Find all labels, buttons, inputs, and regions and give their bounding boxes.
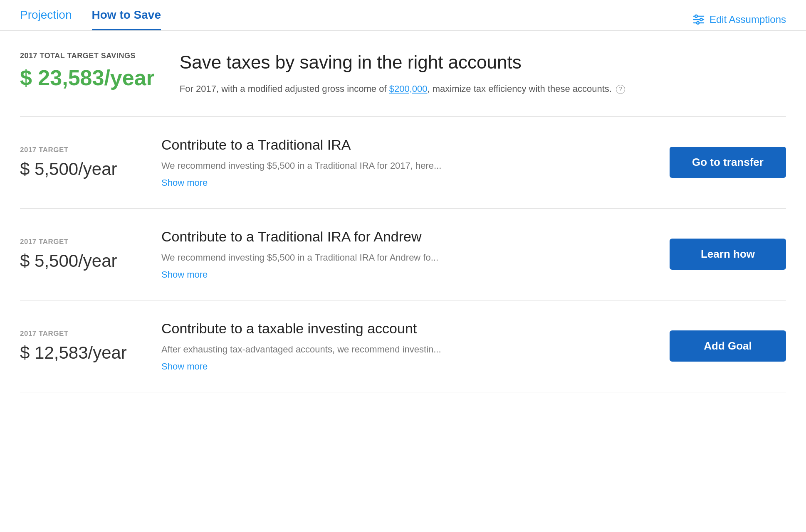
tab-how-to-save[interactable]: How to Save — [92, 8, 161, 30]
rec-3-target-block: 2017 TARGET $ 12,583/year — [20, 330, 136, 363]
rec-1-action-block: Go to transfer — [653, 147, 786, 178]
svg-point-5 — [697, 22, 699, 24]
rec-3-title: Contribute to a taxable investing accoun… — [161, 320, 628, 337]
page-container: Projection How to Save Edit Assumptions … — [0, 0, 806, 392]
go-to-transfer-button[interactable]: Go to transfer — [670, 147, 786, 178]
info-icon[interactable]: ? — [616, 85, 625, 94]
rec-2-show-more[interactable]: Show more — [161, 269, 208, 280]
rec-3-target-amount: $ 12,583/year — [20, 343, 136, 363]
total-target-savings-block: 2017 TOTAL TARGET SAVINGS $ 23,583/year — [20, 52, 155, 90]
rec-1-title: Contribute to a Traditional IRA — [161, 137, 628, 153]
svg-point-4 — [700, 18, 702, 21]
edit-assumptions-button[interactable]: Edit Assumptions — [692, 13, 786, 26]
rec-3-desc-block: Contribute to a taxable investing accoun… — [161, 320, 628, 372]
recommendation-row-3: 2017 TARGET $ 12,583/year Contribute to … — [20, 300, 786, 392]
tabs: Projection How to Save — [20, 8, 161, 30]
rec-3-action-block: Add Goal — [653, 330, 786, 362]
sliders-icon — [692, 13, 705, 26]
rec-3-text: After exhausting tax-advantaged accounts… — [161, 342, 628, 356]
rec-2-target-label: 2017 TARGET — [20, 238, 136, 246]
rec-1-target-amount: $ 5,500/year — [20, 159, 136, 179]
rec-1-target-label: 2017 TARGET — [20, 146, 136, 154]
svg-point-3 — [695, 15, 697, 17]
tab-bar: Projection How to Save Edit Assumptions — [0, 0, 806, 31]
rec-2-title: Contribute to a Traditional IRA for Andr… — [161, 229, 628, 245]
top-section: 2017 TOTAL TARGET SAVINGS $ 23,583/year … — [20, 31, 786, 117]
edit-assumptions-label: Edit Assumptions — [710, 14, 786, 25]
top-description-text: For 2017, with a modified adjusted gross… — [180, 82, 786, 96]
rec-1-show-more[interactable]: Show more — [161, 177, 208, 188]
total-target-label: 2017 TOTAL TARGET SAVINGS — [20, 52, 155, 60]
learn-how-button[interactable]: Learn how — [670, 239, 786, 270]
top-title: Save taxes by saving in the right accoun… — [180, 52, 786, 74]
income-amount-link[interactable]: $200,000 — [389, 84, 428, 94]
rec-2-target-amount: $ 5,500/year — [20, 251, 136, 271]
description-post: , maximize tax efficiency with these acc… — [427, 84, 611, 94]
rec-2-text: We recommend investing $5,500 in a Tradi… — [161, 251, 628, 264]
rec-3-show-more[interactable]: Show more — [161, 361, 208, 372]
rec-2-desc-block: Contribute to a Traditional IRA for Andr… — [161, 229, 628, 280]
tab-projection[interactable]: Projection — [20, 8, 72, 30]
rec-1-desc-block: Contribute to a Traditional IRA We recom… — [161, 137, 628, 188]
recommendation-row-1: 2017 TARGET $ 5,500/year Contribute to a… — [20, 117, 786, 209]
total-target-amount: $ 23,583/year — [20, 65, 155, 90]
rec-1-target-block: 2017 TARGET $ 5,500/year — [20, 146, 136, 179]
top-description-block: Save taxes by saving in the right accoun… — [180, 52, 786, 96]
rec-3-target-label: 2017 TARGET — [20, 330, 136, 338]
recommendation-row-2: 2017 TARGET $ 5,500/year Contribute to a… — [20, 209, 786, 300]
main-content: 2017 TOTAL TARGET SAVINGS $ 23,583/year … — [0, 31, 806, 392]
description-pre: For 2017, with a modified adjusted gross… — [180, 84, 389, 94]
rec-2-action-block: Learn how — [653, 239, 786, 270]
rec-2-target-block: 2017 TARGET $ 5,500/year — [20, 238, 136, 271]
rec-1-text: We recommend investing $5,500 in a Tradi… — [161, 159, 628, 172]
add-goal-button[interactable]: Add Goal — [670, 330, 786, 362]
